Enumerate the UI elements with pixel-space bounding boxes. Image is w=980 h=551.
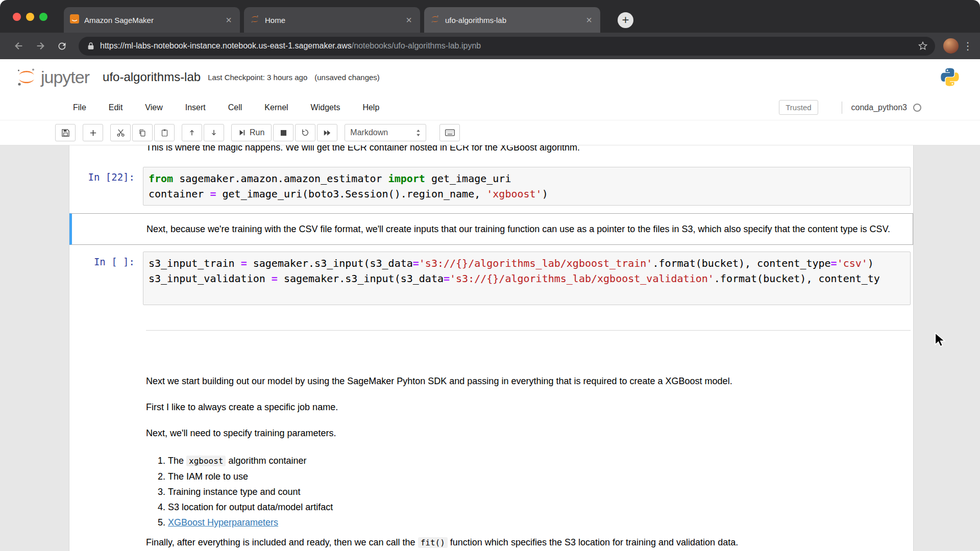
code-input-area[interactable]: from sagemaker.amazon.amazon_estimator i…: [143, 167, 911, 206]
menu-kernel[interactable]: Kernel: [264, 103, 288, 112]
minimize-window-button[interactable]: [26, 13, 34, 21]
jupyter-logo-icon: [15, 66, 38, 88]
close-tab-icon[interactable]: ×: [224, 15, 234, 25]
cell-type-select[interactable]: Markdown: [345, 124, 426, 141]
zoom-window-button[interactable]: [39, 13, 47, 21]
menu-help[interactable]: Help: [362, 103, 379, 112]
interrupt-kernel-button[interactable]: [273, 124, 293, 141]
paragraph: Next, we'll need to specify training par…: [146, 427, 908, 439]
close-tab-icon[interactable]: ×: [584, 15, 594, 25]
select-stepper-icon: [416, 130, 421, 136]
run-cell-button[interactable]: Run: [231, 124, 272, 141]
run-label: Run: [250, 128, 264, 137]
restart-kernel-button[interactable]: [295, 124, 315, 141]
training-parameters-list: The xgboost algorithm container The IAM …: [146, 453, 908, 530]
list-item: S3 location for output data/model artifa…: [168, 499, 908, 515]
notebook-toolbar: Run Markdown: [0, 120, 980, 145]
markdown-cell-clipped-top[interactable]: This is where the magic happens. We will…: [69, 145, 913, 153]
notebook-status-area: Trusted conda_python3: [779, 100, 921, 115]
markdown-cell-selected[interactable]: Next, because we're training with the CS…: [69, 213, 913, 245]
menu-widgets[interactable]: Widgets: [311, 103, 340, 112]
save-button[interactable]: [55, 124, 76, 141]
restart-run-all-button[interactable]: [317, 124, 337, 141]
lock-icon: [87, 42, 95, 50]
tab-label: Amazon SageMaker: [84, 16, 218, 24]
url-text: https://ml-labs-notebook-instance.notebo…: [100, 41, 481, 51]
python-logo-icon: [940, 67, 960, 87]
status-separator: [842, 102, 842, 114]
list-item: Training instance type and count: [168, 484, 908, 499]
jupyter-header: jupyter ufo-algorithms-lab Last Checkpoi…: [0, 59, 980, 95]
jupyter-wordmark: jupyter: [41, 67, 89, 87]
menu-insert[interactable]: Insert: [185, 103, 206, 112]
notebook-container: This is where the magic happens. We will…: [69, 145, 914, 551]
copy-cell-button[interactable]: [132, 124, 153, 141]
unsaved-changes-text: (unsaved changes): [314, 73, 380, 82]
markdown-cell-text[interactable]: Next we start building out our model by …: [69, 375, 913, 530]
menu-view[interactable]: View: [145, 103, 162, 112]
tab-label: Home: [265, 16, 399, 24]
cut-cell-button[interactable]: [110, 124, 131, 141]
jupyter-favicon-icon: [430, 14, 440, 26]
paragraph: First I like to always create a specific…: [146, 401, 908, 413]
profile-avatar[interactable]: [943, 38, 959, 54]
trusted-badge[interactable]: Trusted: [779, 100, 818, 115]
aws-favicon-icon: [70, 14, 79, 26]
jupyter-menu-bar: File Edit View Insert Cell Kernel Widget…: [0, 95, 980, 120]
command-palette-button[interactable]: [439, 124, 460, 141]
bookmark-star-icon[interactable]: [918, 41, 928, 51]
new-tab-button[interactable]: +: [618, 12, 633, 28]
browser-tab-strip: Amazon SageMaker × Home × ufo-algorithms…: [0, 0, 980, 33]
menu-items: File Edit View Insert Cell Kernel Widget…: [73, 103, 402, 112]
back-button[interactable]: [10, 37, 28, 55]
menu-file[interactable]: File: [73, 103, 86, 112]
kernel-name: conda_python3: [851, 103, 907, 112]
close-tab-icon[interactable]: ×: [404, 15, 414, 25]
list-item-hyperparameters-link[interactable]: XGBoost Hyperparameters: [168, 515, 908, 530]
tab-amazon-sagemaker[interactable]: Amazon SageMaker ×: [64, 7, 240, 33]
code-line: s3_input_validation = sagemaker.s3_input…: [149, 271, 905, 286]
add-cell-button[interactable]: [83, 124, 103, 141]
tab-label: ufo-algorithms-lab: [445, 16, 579, 24]
markdown-cell-clipped-bottom[interactable]: Finally, after everything is included an…: [69, 536, 913, 549]
code-input-area[interactable]: s3_input_train = sagemaker.s3_input(s3_d…: [143, 252, 911, 305]
code-cell-1[interactable]: In [22]: from sagemaker.amazon.amazon_es…: [69, 167, 913, 206]
code-line: s3_input_train = sagemaker.s3_input(s3_d…: [149, 256, 905, 271]
cell-type-value: Markdown: [350, 128, 388, 137]
move-cell-up-button[interactable]: [182, 124, 202, 141]
jupyter-logo[interactable]: jupyter: [15, 66, 89, 88]
url-bar[interactable]: https://ml-labs-notebook-instance.notebo…: [79, 37, 935, 56]
tab-home[interactable]: Home ×: [244, 7, 420, 33]
input-prompt: In [22]:: [69, 167, 143, 206]
paste-cell-button[interactable]: [154, 124, 175, 141]
browser-window: Amazon SageMaker × Home × ufo-algorithms…: [0, 0, 980, 551]
list-item: The xgboost algorithm container: [168, 453, 908, 469]
tabs: Amazon SageMaker × Home × ufo-algorithms…: [64, 7, 600, 33]
window-controls: [13, 13, 47, 21]
input-prompt: In [ ]:: [69, 252, 143, 305]
move-cell-down-button[interactable]: [204, 124, 224, 141]
reload-button[interactable]: [53, 37, 70, 55]
code-line: from sagemaker.amazon.amazon_estimator i…: [149, 171, 905, 186]
paragraph: Next we start building out our model by …: [146, 375, 908, 387]
list-item: The IAM role to use: [168, 469, 908, 484]
tab-ufo-algorithms-lab[interactable]: ufo-algorithms-lab ×: [424, 7, 600, 33]
notebook-scroll-area[interactable]: This is where the magic happens. We will…: [0, 145, 980, 551]
run-icon: [238, 129, 246, 136]
browser-menu-icon[interactable]: ⋮: [963, 40, 973, 52]
code-cell-2[interactable]: In [ ]: s3_input_train = sagemaker.s3_in…: [69, 252, 913, 305]
forward-button[interactable]: [32, 37, 49, 55]
markdown-horizontal-rule: [146, 330, 911, 331]
checkpoint-text: Last Checkpoint: 3 hours ago: [208, 73, 307, 82]
menu-edit[interactable]: Edit: [109, 103, 123, 112]
close-window-button[interactable]: [13, 13, 21, 21]
kernel-idle-indicator-icon: [913, 104, 921, 112]
browser-toolbar: https://ml-labs-notebook-instance.notebo…: [0, 33, 980, 59]
notebook-title[interactable]: ufo-algorithms-lab: [103, 70, 201, 84]
menu-cell[interactable]: Cell: [228, 103, 242, 112]
code-line: container = get_image_uri(boto3.Session(…: [149, 186, 905, 202]
jupyter-favicon-icon: [250, 14, 260, 26]
